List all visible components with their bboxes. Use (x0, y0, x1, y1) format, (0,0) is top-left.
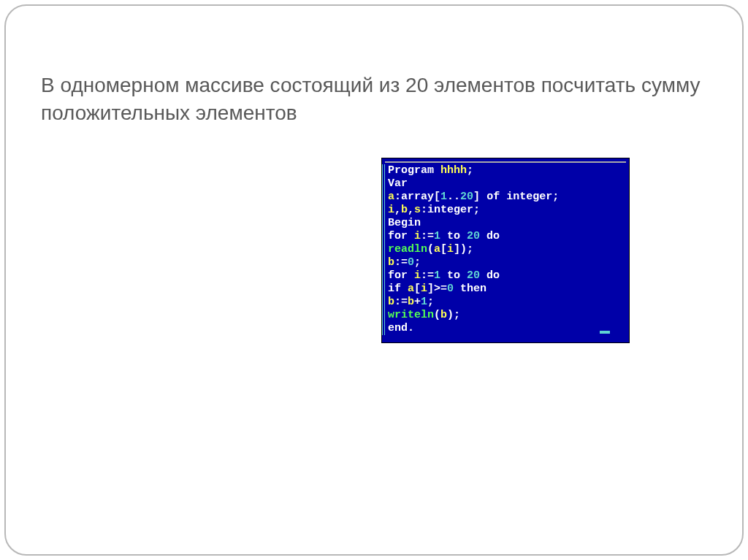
code-token: to (440, 230, 467, 242)
code-token: ); (447, 309, 460, 321)
code-token: := (421, 230, 434, 242)
code-line: b:=0; (382, 256, 629, 269)
code-token: ]); (454, 243, 473, 256)
code-line: readln(a[i]); (382, 243, 629, 256)
code-token: [ (414, 283, 421, 295)
code-token: ; (414, 256, 421, 269)
code-token: 1 (421, 296, 427, 308)
code-content: Program hhhh;Vara:array[1..20] of intege… (382, 164, 629, 335)
code-token: i (447, 243, 454, 256)
code-token: end (388, 322, 408, 334)
code-token: b (408, 296, 414, 308)
code-token: 20 (467, 269, 480, 282)
code-token: integer (506, 191, 552, 203)
code-line: Var (382, 177, 629, 191)
code-token: writeln (388, 309, 434, 321)
code-token: i (414, 230, 421, 242)
code-token: for (388, 269, 414, 282)
code-token: 1 (434, 269, 440, 282)
code-token: ; (473, 204, 480, 216)
code-line: Program hhhh; (382, 164, 629, 177)
code-token: Program (388, 164, 440, 177)
code-editor-window: Program hhhh;Vara:array[1..20] of intege… (381, 158, 630, 343)
code-token: Begin (388, 217, 421, 229)
code-token: of (486, 191, 506, 203)
slide-title: В одномерном массиве состоящий из 20 эле… (41, 72, 707, 127)
code-line: end. (382, 322, 629, 335)
code-token: 20 (460, 191, 473, 203)
code-token: ; (427, 296, 434, 308)
code-token: ] (473, 191, 486, 203)
code-token: 1 (440, 191, 447, 203)
code-line: i,b,s:integer; (382, 204, 629, 217)
code-token: b (440, 309, 447, 321)
code-token: .. (447, 191, 460, 203)
code-token: , (394, 204, 401, 216)
code-token: ( (427, 243, 434, 256)
code-token: b (388, 256, 394, 269)
code-token: ; (467, 164, 473, 177)
code-token: for (388, 230, 414, 242)
code-token: ; (552, 191, 559, 203)
code-token: . (408, 322, 414, 334)
code-token: array (401, 191, 434, 203)
code-token: 0 (408, 256, 414, 269)
code-token: s (414, 204, 421, 216)
code-token: := (394, 296, 408, 308)
editor-top-bar (385, 161, 626, 163)
code-token: i (414, 269, 421, 282)
text-cursor (600, 331, 610, 334)
code-token: a (388, 191, 394, 203)
code-token: then (454, 283, 486, 295)
code-token: : (421, 204, 427, 216)
code-token: + (414, 296, 421, 308)
code-token: ]>= (427, 283, 447, 295)
code-line: b:=b+1; (382, 296, 629, 309)
code-line: Begin (382, 217, 629, 230)
code-token: 20 (467, 230, 480, 242)
slide-frame: В одномерном массиве состоящий из 20 эле… (4, 4, 744, 556)
code-line: a:array[1..20] of integer; (382, 191, 629, 204)
code-token: b (388, 296, 394, 308)
code-token: do (480, 269, 500, 282)
code-token: 1 (434, 230, 440, 242)
code-token: a (434, 243, 440, 256)
code-token: readln (388, 243, 427, 256)
code-token: := (394, 256, 408, 269)
code-token: b (401, 204, 408, 216)
code-token: hhhh (440, 164, 467, 177)
code-token: := (421, 269, 434, 282)
code-token: [ (440, 243, 447, 256)
code-line: if a[i]>=0 then (382, 283, 629, 296)
code-line: writeln(b); (382, 309, 629, 322)
code-token: if (388, 283, 408, 295)
code-token: integer (427, 204, 473, 216)
code-token: to (440, 269, 467, 282)
code-token: i (388, 204, 394, 216)
code-token: i (421, 283, 427, 295)
code-token: Var (388, 177, 408, 190)
code-token: do (480, 230, 500, 242)
code-token: [ (434, 191, 440, 203)
code-token: ( (434, 309, 440, 321)
code-token: a (408, 283, 414, 295)
code-token: , (408, 204, 414, 216)
code-line: for i:=1 to 20 do (382, 230, 629, 243)
code-line: for i:=1 to 20 do (382, 269, 629, 283)
code-token: 0 (447, 283, 454, 295)
code-token: : (394, 191, 401, 203)
